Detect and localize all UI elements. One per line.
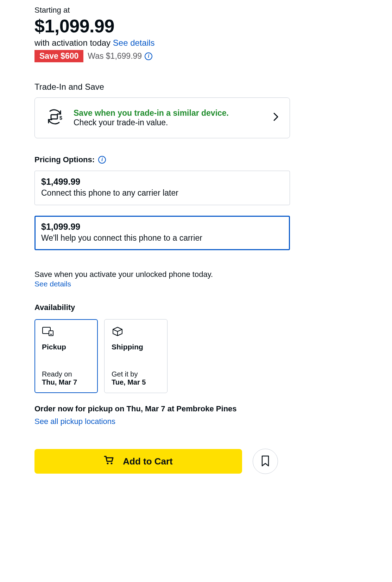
svg-rect-3 xyxy=(49,331,53,336)
info-icon[interactable]: i xyxy=(145,52,152,60)
option-desc: We'll help you connect this phone to a c… xyxy=(41,233,283,243)
bookmark-icon xyxy=(260,455,270,468)
see-all-pickup-locations-link[interactable]: See all pickup locations xyxy=(34,417,115,426)
tradein-card[interactable]: $ Save when you trade-in a similar devic… xyxy=(34,97,290,138)
fulfillment-date: Thu, Mar 7 xyxy=(42,378,90,386)
availability-heading: Availability xyxy=(34,303,290,312)
pickup-summary: Order now for pickup on Thu, Mar 7 at Pe… xyxy=(34,404,290,413)
svg-point-5 xyxy=(107,462,109,464)
option-price: $1,099.99 xyxy=(41,222,283,232)
add-to-cart-button[interactable]: Add to Cart xyxy=(34,449,242,474)
save-badge: Save $600 xyxy=(34,50,83,62)
cart-icon xyxy=(104,456,114,467)
starting-at-label: Starting at xyxy=(34,6,290,15)
svg-text:$: $ xyxy=(59,115,62,121)
fulfillment-status: Ready on xyxy=(42,370,90,378)
fulfillment-label: Pickup xyxy=(42,343,90,351)
pricing-option-carrier[interactable]: $1,099.99 We'll help you connect this ph… xyxy=(34,216,290,250)
see-details-link[interactable]: See details xyxy=(113,38,155,48)
trade-in-icon: $ xyxy=(45,108,64,128)
svg-point-6 xyxy=(111,462,113,464)
option-desc: Connect this phone to any carrier later xyxy=(41,188,283,198)
fulfillment-shipping[interactable]: Shipping Get it by Tue, Mar 5 xyxy=(104,319,167,393)
tradein-title: Save when you trade-in a similar device. xyxy=(74,108,263,118)
pricing-option-unlocked[interactable]: $1,499.99 Connect this phone to any carr… xyxy=(34,171,290,205)
chevron-right-icon xyxy=(273,112,279,124)
pricing-options-heading: Pricing Options: xyxy=(34,155,95,164)
store-icon xyxy=(42,329,54,338)
activation-text: with activation today xyxy=(34,38,110,48)
svg-rect-0 xyxy=(51,115,57,119)
product-price: $1,099.99 xyxy=(34,15,290,37)
fulfillment-pickup[interactable]: Pickup Ready on Thu, Mar 7 xyxy=(34,319,98,393)
was-price: Was $1,699.99 xyxy=(88,51,142,61)
fulfillment-status: Get it by xyxy=(112,370,160,378)
activation-note: Save when you activate your unlocked pho… xyxy=(34,270,290,279)
fulfillment-label: Shipping xyxy=(112,343,160,351)
option-price: $1,499.99 xyxy=(41,177,283,187)
add-to-cart-label: Add to Cart xyxy=(123,456,173,467)
tradein-heading: Trade-In and Save xyxy=(34,82,290,92)
save-for-later-button[interactable] xyxy=(253,449,278,474)
info-icon[interactable]: i xyxy=(98,156,106,164)
tradein-subtitle: Check your trade-in value. xyxy=(74,118,263,127)
fulfillment-date: Tue, Mar 5 xyxy=(112,378,160,386)
see-details-link[interactable]: See details xyxy=(34,280,290,288)
box-icon xyxy=(112,329,124,338)
